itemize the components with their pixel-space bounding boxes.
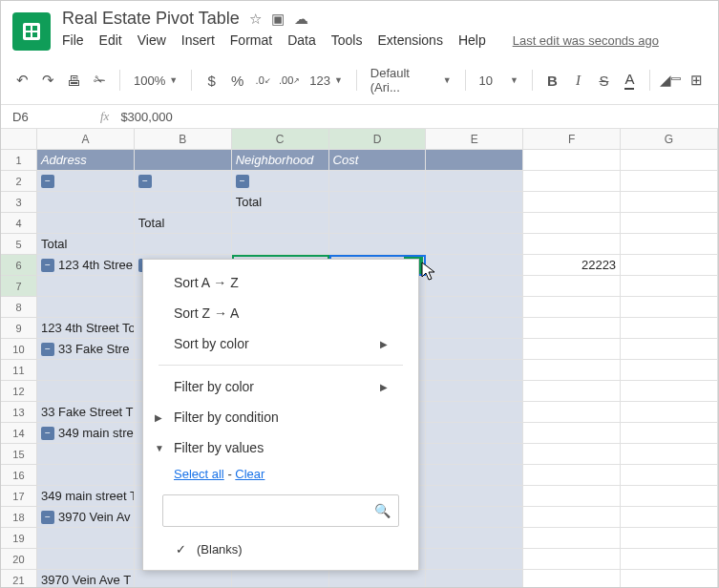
filter-search-box[interactable]: 🔍 (162, 494, 399, 527)
last-edit-link[interactable]: Last edit was seconds ago (513, 33, 659, 48)
formula-bar[interactable]: $300,000 (120, 110, 172, 124)
cell-A6[interactable]: −123 4th Stree (37, 255, 135, 276)
cell-E13[interactable] (426, 402, 523, 423)
row-header-8[interactable]: 8 (1, 297, 37, 318)
row-header-16[interactable]: 16 (1, 465, 37, 486)
filter-by-condition-item[interactable]: ▶Filter by condition (143, 402, 418, 432)
collapse-button[interactable]: − (41, 175, 54, 188)
cell-F2[interactable] (523, 171, 621, 192)
cell-A11[interactable] (37, 360, 135, 381)
fill-color-button[interactable]: ◢ (660, 70, 681, 91)
more-formats-button[interactable]: 123▼ (306, 72, 347, 90)
cell-A18[interactable]: −3970 Vein Av (37, 507, 135, 528)
cell-F1[interactable] (523, 150, 621, 171)
cell-E10[interactable] (426, 339, 523, 360)
menu-view[interactable]: View (137, 32, 166, 48)
cell-F17[interactable] (523, 486, 621, 507)
collapse-button[interactable]: − (41, 427, 54, 440)
cell-E15[interactable] (426, 444, 523, 465)
cell-F5[interactable] (523, 234, 621, 255)
cell-A9[interactable]: 123 4th Street To (37, 318, 135, 339)
filter-search-input[interactable] (171, 504, 374, 518)
text-color-button[interactable]: A (620, 70, 640, 91)
row-header-19[interactable]: 19 (1, 528, 37, 549)
row-header-4[interactable]: 4 (1, 213, 37, 234)
sort-by-color-item[interactable]: Sort by color▶ (143, 328, 418, 359)
paint-format-button[interactable]: ✁ (90, 70, 110, 91)
menu-edit[interactable]: Edit (99, 32, 122, 48)
cell-F4[interactable] (523, 213, 621, 234)
cell-G13[interactable] (621, 402, 718, 423)
name-box[interactable]: D6 (12, 110, 89, 124)
cell-E19[interactable] (426, 528, 523, 549)
cell-G2[interactable] (621, 171, 718, 192)
cell-G11[interactable] (621, 360, 718, 381)
row-header-7[interactable]: 7 (1, 276, 37, 297)
sort-az-item[interactable]: Sort A → Z (143, 267, 418, 298)
cell-C3[interactable]: Total (232, 192, 329, 213)
filter-by-color-item[interactable]: Filter by color▶ (143, 371, 418, 402)
cell-E11[interactable] (426, 360, 523, 381)
redo-button[interactable]: ↷ (38, 70, 58, 91)
cell-F21[interactable] (523, 570, 621, 588)
star-icon[interactable]: ☆ (249, 10, 262, 28)
collapse-button[interactable]: − (41, 259, 54, 272)
increase-decimal-button[interactable]: .00↗ (279, 70, 300, 91)
row-header-5[interactable]: 5 (1, 234, 37, 255)
cell-E16[interactable] (426, 465, 523, 486)
col-header-D[interactable]: D (329, 129, 427, 150)
collapse-button[interactable]: − (236, 175, 249, 188)
cell-G14[interactable] (621, 423, 718, 444)
menu-extensions[interactable]: Extensions (377, 32, 442, 48)
col-header-E[interactable]: E (426, 129, 523, 150)
cell-A21[interactable]: 3970 Vein Ave T (37, 570, 135, 588)
cell-A1[interactable]: Address (37, 150, 135, 171)
row-header-10[interactable]: 10 (1, 339, 37, 360)
row-header-3[interactable]: 3 (1, 192, 37, 213)
cell-G1[interactable] (621, 150, 718, 171)
cell-C2[interactable]: − (232, 171, 329, 192)
cell-B3[interactable] (135, 192, 232, 213)
cell-B1[interactable] (135, 150, 232, 171)
row-header-14[interactable]: 14 (1, 423, 37, 444)
collapse-button[interactable]: − (41, 511, 54, 524)
cell-E17[interactable] (426, 486, 523, 507)
format-percent-button[interactable]: % (227, 70, 247, 91)
cell-F3[interactable] (523, 192, 621, 213)
sheets-logo[interactable] (12, 12, 51, 51)
cell-A14[interactable]: −349 main stre (37, 423, 135, 444)
cell-A2[interactable]: − (37, 171, 135, 192)
cell-G19[interactable] (621, 528, 718, 549)
cell-G9[interactable] (621, 318, 718, 339)
cell-E1[interactable] (426, 150, 523, 171)
cell-F7[interactable] (523, 276, 621, 297)
collapse-button[interactable]: − (138, 175, 152, 188)
col-header-A[interactable]: A (37, 129, 135, 150)
cell-A12[interactable] (37, 381, 135, 402)
cell-G21[interactable] (621, 570, 718, 588)
move-icon[interactable]: ▣ (271, 10, 285, 28)
menu-tools[interactable]: Tools (331, 32, 363, 48)
cell-D1[interactable]: Cost (329, 150, 427, 171)
cloud-icon[interactable]: ☁ (294, 10, 308, 28)
filter-by-values-item[interactable]: ▼Filter by values (143, 432, 418, 463)
cell-G8[interactable] (621, 297, 718, 318)
row-header-9[interactable]: 9 (1, 318, 37, 339)
cell-A13[interactable]: 33 Fake Street T (37, 402, 135, 423)
cell-C4[interactable] (232, 213, 329, 234)
cell-F8[interactable] (523, 297, 621, 318)
col-header-B[interactable]: B (135, 129, 232, 150)
cell-C21[interactable] (232, 570, 329, 588)
cell-E3[interactable] (426, 192, 523, 213)
cell-E14[interactable] (426, 423, 523, 444)
cell-E21[interactable] (426, 570, 523, 588)
cell-A20[interactable] (37, 549, 135, 570)
menu-insert[interactable]: Insert (181, 32, 215, 48)
col-header-F[interactable]: F (523, 129, 621, 150)
cell-G3[interactable] (621, 192, 718, 213)
cell-B2[interactable]: − (135, 171, 232, 192)
col-header-G[interactable]: G (621, 129, 718, 150)
menu-format[interactable]: Format (230, 32, 272, 48)
col-header-C[interactable]: C (232, 129, 329, 150)
cell-A17[interactable]: 349 main street T (37, 486, 135, 507)
